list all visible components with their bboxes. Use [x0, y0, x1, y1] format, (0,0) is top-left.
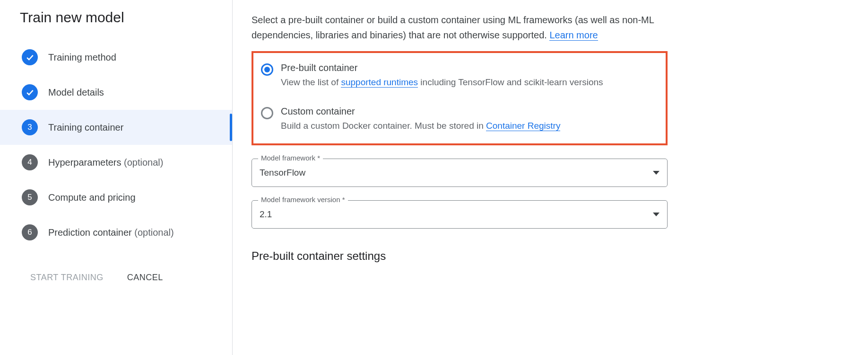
- chevron-down-icon: [653, 171, 660, 175]
- check-icon: [22, 84, 38, 100]
- steps-list: Training method Model details 3 Training…: [20, 40, 232, 250]
- page-title: Train new model: [20, 9, 232, 26]
- section-heading: Pre-built container settings: [252, 249, 849, 263]
- sidebar: Train new model Training method Model de…: [0, 0, 233, 355]
- step-label: Training container: [48, 122, 123, 133]
- radio-content: Pre-built container View the list of sup…: [281, 62, 658, 89]
- radio-content: Custom container Build a custom Docker c…: [281, 106, 658, 133]
- step-number-icon: 4: [22, 154, 38, 170]
- sidebar-actions: START TRAINING CANCEL: [20, 250, 232, 286]
- step-prediction-container[interactable]: 6 Prediction container (optional): [20, 215, 232, 250]
- radio-label: Custom container: [281, 106, 658, 117]
- radio-custom-container[interactable]: Custom container Build a custom Docker c…: [261, 106, 658, 133]
- step-label: Compute and pricing: [48, 192, 136, 203]
- step-number-icon: 3: [22, 119, 38, 135]
- model-framework-field: Model framework * TensorFlow: [252, 159, 668, 187]
- step-label: Hyperparameters (optional): [48, 157, 163, 168]
- step-training-container[interactable]: 3 Training container: [0, 110, 232, 145]
- radio-group: Pre-built container View the list of sup…: [261, 62, 658, 132]
- select-value: 2.1: [260, 209, 272, 220]
- cancel-button[interactable]: CANCEL: [127, 269, 163, 286]
- model-framework-version-field: Model framework version * 2.1: [252, 200, 668, 229]
- field-label: Model framework *: [258, 154, 323, 162]
- step-compute-pricing[interactable]: 5 Compute and pricing: [20, 180, 232, 215]
- container-registry-link[interactable]: Container Registry: [486, 121, 560, 131]
- radio-unselected-icon: [261, 107, 273, 119]
- supported-runtimes-link[interactable]: supported runtimes: [341, 77, 418, 88]
- select-value: TensorFlow: [260, 168, 305, 178]
- step-number-icon: 5: [22, 189, 38, 205]
- chevron-down-icon: [653, 213, 660, 216]
- radio-label: Pre-built container: [281, 62, 658, 73]
- step-label: Model details: [48, 87, 104, 98]
- start-training-button[interactable]: START TRAINING: [30, 269, 104, 286]
- check-icon: [22, 49, 38, 65]
- step-model-details[interactable]: Model details: [20, 75, 232, 110]
- radio-prebuilt-container[interactable]: Pre-built container View the list of sup…: [261, 62, 658, 89]
- step-label: Prediction container (optional): [48, 227, 174, 238]
- container-type-box: Pre-built container View the list of sup…: [252, 51, 668, 145]
- step-training-method[interactable]: Training method: [20, 40, 232, 75]
- step-label: Training method: [48, 52, 116, 63]
- learn-more-link[interactable]: Learn more: [549, 30, 598, 41]
- description-text: Select a pre-built container or build a …: [252, 12, 668, 43]
- field-label: Model framework version *: [258, 195, 348, 204]
- step-number-icon: 6: [22, 224, 38, 240]
- radio-description: Build a custom Docker container. Must be…: [281, 120, 658, 133]
- main-content: Select a pre-built container or build a …: [233, 0, 868, 355]
- radio-selected-icon: [261, 63, 273, 76]
- model-framework-select[interactable]: TensorFlow: [252, 159, 668, 187]
- model-framework-version-select[interactable]: 2.1: [252, 200, 668, 229]
- radio-description: View the list of supported runtimes incl…: [281, 76, 658, 89]
- step-hyperparameters[interactable]: 4 Hyperparameters (optional): [20, 145, 232, 180]
